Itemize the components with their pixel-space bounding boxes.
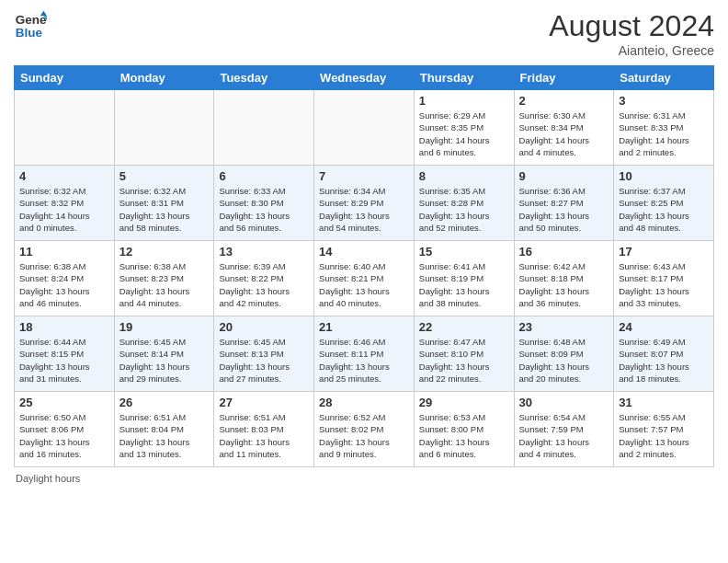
table-row: 15Sunrise: 6:41 AM Sunset: 8:19 PM Dayli… [414,241,514,316]
daylight-hours-label: Daylight hours [16,473,80,484]
day-number: 23 [519,320,609,334]
calendar-page: General Blue August 2024 Aianteio, Greec… [0,0,728,563]
day-number: 20 [219,320,309,334]
day-number: 28 [319,396,409,409]
table-row: 11Sunrise: 6:38 AM Sunset: 8:24 PM Dayli… [15,241,115,316]
table-row: 7Sunrise: 6:34 AM Sunset: 8:29 PM Daylig… [314,166,415,241]
day-info: Sunrise: 6:53 AM Sunset: 8:00 PM Dayligh… [419,411,509,460]
day-number: 15 [419,245,509,259]
table-row [214,90,314,166]
table-row: 3Sunrise: 6:31 AM Sunset: 8:33 PM Daylig… [614,90,714,166]
day-info: Sunrise: 6:33 AM Sunset: 8:30 PM Dayligh… [219,185,309,234]
day-number: 11 [19,245,109,259]
day-number: 21 [319,320,409,334]
table-row: 30Sunrise: 6:54 AM Sunset: 7:59 PM Dayli… [514,392,614,467]
table-row: 20Sunrise: 6:45 AM Sunset: 8:13 PM Dayli… [214,316,314,392]
table-row: 16Sunrise: 6:42 AM Sunset: 8:18 PM Dayli… [514,241,614,316]
day-number: 7 [319,169,409,183]
day-info: Sunrise: 6:50 AM Sunset: 8:06 PM Dayligh… [19,411,109,460]
day-number: 19 [119,320,210,334]
day-info: Sunrise: 6:35 AM Sunset: 8:28 PM Dayligh… [419,185,509,234]
day-info: Sunrise: 6:39 AM Sunset: 8:22 PM Dayligh… [219,260,309,309]
day-info: Sunrise: 6:31 AM Sunset: 8:33 PM Dayligh… [619,109,709,158]
table-row: 23Sunrise: 6:48 AM Sunset: 8:09 PM Dayli… [514,316,614,392]
day-number: 22 [419,320,509,334]
table-row: 21Sunrise: 6:46 AM Sunset: 8:11 PM Dayli… [314,316,415,392]
table-row: 28Sunrise: 6:52 AM Sunset: 8:02 PM Dayli… [314,392,415,467]
table-row: 25Sunrise: 6:50 AM Sunset: 8:06 PM Dayli… [15,392,115,467]
table-row [15,90,115,166]
day-info: Sunrise: 6:38 AM Sunset: 8:24 PM Dayligh… [19,260,109,309]
footer: Daylight hours [14,473,714,484]
logo: General Blue [14,9,47,42]
day-info: Sunrise: 6:32 AM Sunset: 8:32 PM Dayligh… [19,185,109,234]
day-info: Sunrise: 6:47 AM Sunset: 8:10 PM Dayligh… [419,336,509,385]
day-info: Sunrise: 6:49 AM Sunset: 8:07 PM Dayligh… [619,336,709,385]
day-number: 12 [119,245,210,259]
calendar-week-row: 4Sunrise: 6:32 AM Sunset: 8:32 PM Daylig… [15,166,714,241]
day-number: 16 [519,245,609,259]
table-row: 9Sunrise: 6:36 AM Sunset: 8:27 PM Daylig… [514,166,614,241]
table-row: 4Sunrise: 6:32 AM Sunset: 8:32 PM Daylig… [15,166,115,241]
header-saturday: Saturday [614,66,714,90]
day-info: Sunrise: 6:29 AM Sunset: 8:35 PM Dayligh… [419,109,509,158]
logo-icon: General Blue [14,9,47,42]
day-info: Sunrise: 6:43 AM Sunset: 8:17 PM Dayligh… [619,260,709,309]
table-row [114,90,214,166]
day-info: Sunrise: 6:36 AM Sunset: 8:27 PM Dayligh… [519,185,609,234]
table-row [314,90,415,166]
day-info: Sunrise: 6:54 AM Sunset: 7:59 PM Dayligh… [519,411,609,460]
day-info: Sunrise: 6:51 AM Sunset: 8:03 PM Dayligh… [219,411,309,460]
table-row: 5Sunrise: 6:32 AM Sunset: 8:31 PM Daylig… [114,166,214,241]
day-number: 17 [619,245,709,259]
day-number: 30 [519,396,609,409]
day-number: 3 [619,94,709,108]
day-number: 18 [19,320,109,334]
day-info: Sunrise: 6:41 AM Sunset: 8:19 PM Dayligh… [419,260,509,309]
calendar-table: Sunday Monday Tuesday Wednesday Thursday… [14,65,714,467]
table-row: 1Sunrise: 6:29 AM Sunset: 8:35 PM Daylig… [414,90,514,166]
day-number: 9 [519,169,609,183]
day-number: 14 [319,245,409,259]
day-info: Sunrise: 6:30 AM Sunset: 8:34 PM Dayligh… [519,109,609,158]
day-info: Sunrise: 6:52 AM Sunset: 8:02 PM Dayligh… [319,411,409,460]
table-row: 19Sunrise: 6:45 AM Sunset: 8:14 PM Dayli… [114,316,214,392]
day-number: 13 [219,245,309,259]
table-row: 17Sunrise: 6:43 AM Sunset: 8:17 PM Dayli… [614,241,714,316]
day-number: 4 [19,169,109,183]
table-row: 31Sunrise: 6:55 AM Sunset: 7:57 PM Dayli… [614,392,714,467]
day-info: Sunrise: 6:38 AM Sunset: 8:23 PM Dayligh… [119,260,210,309]
table-row: 29Sunrise: 6:53 AM Sunset: 8:00 PM Dayli… [414,392,514,467]
table-row: 26Sunrise: 6:51 AM Sunset: 8:04 PM Dayli… [114,392,214,467]
day-number: 6 [219,169,309,183]
day-info: Sunrise: 6:45 AM Sunset: 8:13 PM Dayligh… [219,336,309,385]
day-number: 24 [619,320,709,334]
header-thursday: Thursday [414,66,514,90]
table-row: 18Sunrise: 6:44 AM Sunset: 8:15 PM Dayli… [15,316,115,392]
table-row: 14Sunrise: 6:40 AM Sunset: 8:21 PM Dayli… [314,241,415,316]
day-number: 29 [419,396,509,409]
table-row: 24Sunrise: 6:49 AM Sunset: 8:07 PM Dayli… [614,316,714,392]
day-info: Sunrise: 6:55 AM Sunset: 7:57 PM Dayligh… [619,411,709,460]
day-info: Sunrise: 6:51 AM Sunset: 8:04 PM Dayligh… [119,411,210,460]
table-row: 12Sunrise: 6:38 AM Sunset: 8:23 PM Dayli… [114,241,214,316]
calendar-week-row: 25Sunrise: 6:50 AM Sunset: 8:06 PM Dayli… [15,392,714,467]
day-number: 27 [219,396,309,409]
header-tuesday: Tuesday [214,66,314,90]
table-row: 10Sunrise: 6:37 AM Sunset: 8:25 PM Dayli… [614,166,714,241]
day-info: Sunrise: 6:40 AM Sunset: 8:21 PM Dayligh… [319,260,409,309]
day-number: 10 [619,169,709,183]
table-row: 13Sunrise: 6:39 AM Sunset: 8:22 PM Dayli… [214,241,314,316]
day-number: 31 [619,396,709,409]
day-number: 8 [419,169,509,183]
table-row: 6Sunrise: 6:33 AM Sunset: 8:30 PM Daylig… [214,166,314,241]
day-info: Sunrise: 6:32 AM Sunset: 8:31 PM Dayligh… [119,185,210,234]
day-info: Sunrise: 6:37 AM Sunset: 8:25 PM Dayligh… [619,185,709,234]
calendar-week-row: 11Sunrise: 6:38 AM Sunset: 8:24 PM Dayli… [15,241,714,316]
table-row: 8Sunrise: 6:35 AM Sunset: 8:28 PM Daylig… [414,166,514,241]
day-info: Sunrise: 6:46 AM Sunset: 8:11 PM Dayligh… [319,336,409,385]
header: General Blue August 2024 Aianteio, Greec… [14,9,714,58]
title-area: August 2024 Aianteio, Greece [549,9,714,58]
table-row: 2Sunrise: 6:30 AM Sunset: 8:34 PM Daylig… [514,90,614,166]
day-number: 1 [419,94,509,108]
